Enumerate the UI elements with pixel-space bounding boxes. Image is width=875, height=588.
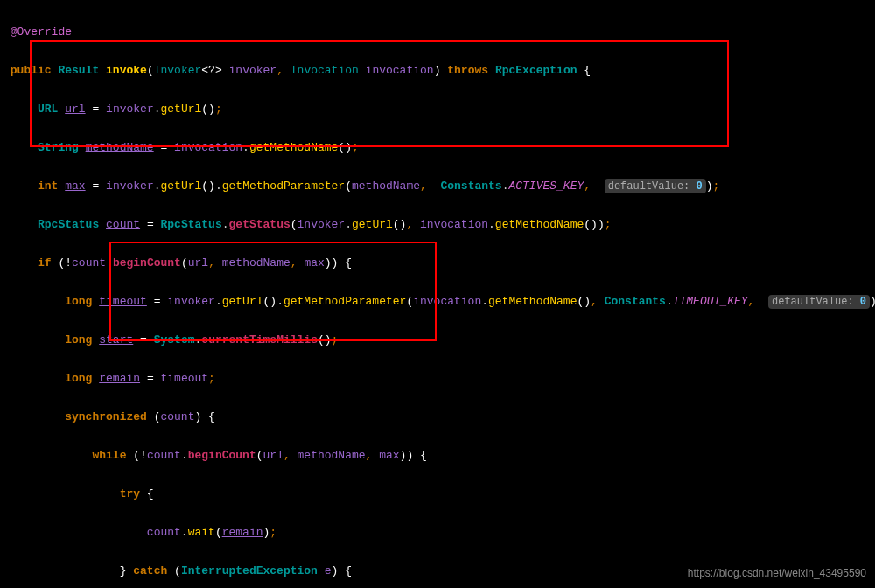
- param-hint: defaultValue: 0: [768, 295, 870, 309]
- code-line: String methodName = invocation.getMethod…: [4, 138, 872, 158]
- code-line: try {: [4, 485, 872, 504]
- code-line: public Result invoke(Invoker<?> invoker,…: [4, 61, 872, 80]
- code-line: count.wait(remain);: [4, 523, 872, 542]
- code-block: @Override public Result invoke(Invoker<?…: [0, 0, 875, 588]
- code-line: int max = invoker.getUrl().getMethodPara…: [4, 177, 872, 196]
- code-line: while (!count.beginCount(url, methodName…: [4, 446, 872, 466]
- code-line: if (!count.beginCount(url, methodName, m…: [4, 254, 872, 273]
- code-line: URL url = invoker.getUrl();: [4, 100, 872, 119]
- param-hint: defaultValue: 0: [605, 179, 706, 193]
- code-line: long start = System.currentTimeMillis();: [4, 331, 872, 350]
- code-line: @Override: [4, 23, 872, 42]
- annotation: @Override: [10, 25, 72, 38]
- watermark: https://blog.csdn.net/weixin_43495590: [688, 564, 866, 583]
- code-line: RpcStatus count = RpcStatus.getStatus(in…: [4, 215, 872, 234]
- code-line: long remain = timeout;: [4, 369, 872, 388]
- code-line: synchronized (count) {: [4, 408, 872, 427]
- code-line: long timeout = invoker.getUrl().getMetho…: [4, 292, 872, 312]
